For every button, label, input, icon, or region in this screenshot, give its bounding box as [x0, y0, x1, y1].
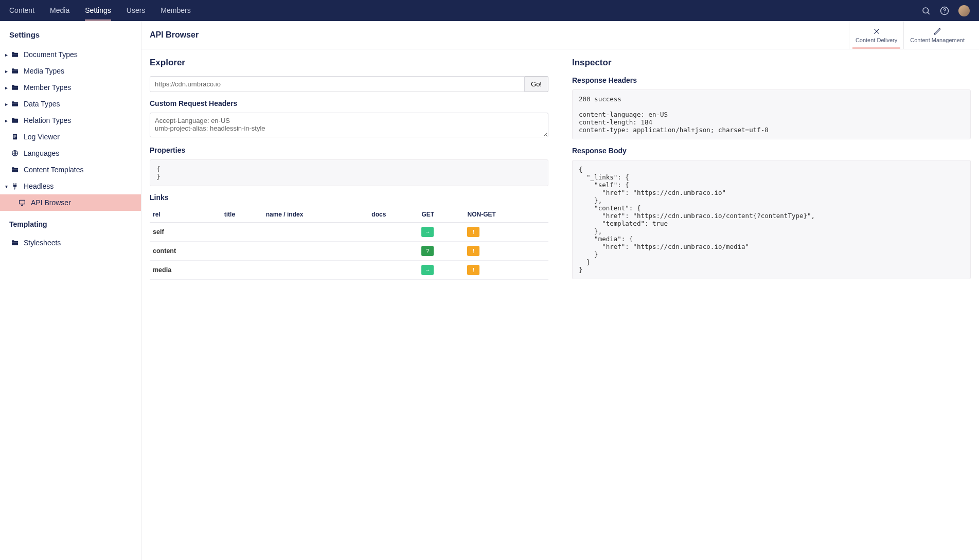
links-cell-title [221, 223, 263, 242]
links-cell-name [263, 261, 369, 280]
links-col-get: GET [418, 207, 464, 223]
sidebar-section-title: Settings [0, 21, 141, 44]
folder-icon [10, 50, 20, 59]
tree-item-relation-types[interactable]: ▸Relation Types [0, 112, 141, 129]
links-row: self→! [150, 223, 548, 242]
tree-item-label: Data Types [24, 100, 60, 108]
headers-input[interactable] [150, 113, 548, 137]
svg-point-0 [923, 8, 929, 13]
search-icon[interactable] [921, 6, 931, 15]
tree-item-label: Content Templates [24, 166, 83, 174]
tree-item-log-viewer[interactable]: Log Viewer [0, 129, 141, 145]
inspector-panel: Inspector Response Headers 200 success c… [557, 49, 979, 560]
tab-content-management-label: Content Management [910, 37, 965, 43]
caret-icon: ▸ [3, 85, 9, 91]
nav-members[interactable]: Members [161, 1, 190, 21]
links-cell-nonget: ! [464, 261, 548, 280]
properties-box: { } [150, 159, 548, 186]
tree-item-label: Member Types [24, 83, 71, 92]
links-cell-rel: self [150, 223, 221, 242]
links-cell-docs [368, 242, 418, 261]
nonget-button[interactable]: ! [467, 227, 479, 237]
top-nav: Content Media Settings Users Members [0, 0, 979, 21]
links-row: media→! [150, 261, 548, 280]
header-tabs: Content Delivery Content Management [849, 21, 971, 49]
get-button[interactable]: → [421, 227, 434, 237]
get-button[interactable]: → [421, 265, 434, 275]
get-button[interactable]: ? [421, 246, 434, 256]
links-cell-docs [368, 223, 418, 242]
tree-item-label: API Browser [31, 198, 71, 207]
main: API Browser Content Delivery Content Man… [141, 21, 979, 560]
nav-settings[interactable]: Settings [85, 1, 111, 21]
svg-point-3 [944, 12, 945, 13]
tab-content-management[interactable]: Content Management [903, 21, 971, 49]
svg-rect-4 [13, 134, 17, 140]
links-cell-get: ? [418, 242, 464, 261]
tree-item-media-types[interactable]: ▸Media Types [0, 63, 141, 79]
tree-item-content-templates[interactable]: Content Templates [0, 161, 141, 178]
tab-content-delivery-label: Content Delivery [856, 37, 897, 43]
pencil-icon [933, 27, 941, 35]
tree-item-label: Document Types [24, 50, 78, 59]
globe-icon [10, 149, 20, 158]
links-cell-title [221, 261, 263, 280]
nav-media[interactable]: Media [50, 1, 69, 21]
links-cell-rel: content [150, 242, 221, 261]
tree-item-languages[interactable]: Languages [0, 145, 141, 161]
wand-icon [873, 27, 881, 35]
headers-title: Custom Request Headers [150, 99, 548, 107]
links-col-nonget: NON-GET [464, 207, 548, 223]
go-button[interactable]: Go! [525, 76, 548, 92]
sidebar: Settings ▸Document Types▸Media Types▸Mem… [0, 21, 141, 560]
tree-item-member-types[interactable]: ▸Member Types [0, 79, 141, 96]
nav-users[interactable]: Users [127, 1, 146, 21]
resp-body-box: { "_links": { "self": { "href": "https:/… [572, 160, 971, 279]
tree-item-stylesheets[interactable]: Stylesheets [0, 234, 141, 251]
svg-rect-9 [13, 185, 17, 187]
links-cell-get: → [418, 261, 464, 280]
properties-title: Properties [150, 146, 548, 154]
tree-item-label: Languages [24, 149, 59, 157]
inspector-title: Inspector [572, 58, 971, 68]
links-cell-name [263, 242, 369, 261]
links-col-docs: docs [368, 207, 418, 223]
caret-icon: ▸ [3, 101, 9, 107]
resp-headers-box: 200 success content-language: en-US cont… [572, 89, 971, 139]
top-nav-items: Content Media Settings Users Members [9, 1, 191, 21]
nonget-button[interactable]: ! [467, 265, 479, 275]
nonget-button[interactable]: ! [467, 246, 479, 256]
svg-rect-10 [20, 200, 25, 204]
plug-icon [10, 182, 20, 191]
nav-content[interactable]: Content [9, 1, 34, 21]
links-cell-nonget: ! [464, 223, 548, 242]
doc-icon [10, 132, 20, 141]
caret-icon: ▸ [3, 118, 9, 123]
links-col-title: title [221, 207, 263, 223]
tree-item-document-types[interactable]: ▸Document Types [0, 46, 141, 63]
caret-icon: ▸ [3, 68, 9, 74]
tree-item-data-types[interactable]: ▸Data Types [0, 96, 141, 112]
avatar[interactable] [958, 5, 970, 16]
links-cell-docs [368, 261, 418, 280]
tree-item-label: Relation Types [24, 116, 71, 124]
links-cell-nonget: ! [464, 242, 548, 261]
caret-icon: ▾ [3, 184, 9, 189]
links-col-name: name / index [263, 207, 369, 223]
settings-tree: ▸Document Types▸Media Types▸Member Types… [0, 44, 141, 213]
url-row: Go! [150, 76, 548, 92]
tree-item-label: Headless [24, 182, 54, 190]
resp-body-title: Response Body [572, 147, 971, 155]
url-input[interactable] [150, 76, 525, 92]
resp-headers-title: Response Headers [572, 76, 971, 84]
help-icon[interactable] [940, 6, 949, 15]
links-table: rel title name / index docs GET NON-GET … [150, 207, 548, 280]
tree-item-api-browser[interactable]: API Browser [0, 194, 141, 211]
page-title: API Browser [150, 30, 849, 40]
folder-icon [10, 165, 20, 174]
page-header: API Browser Content Delivery Content Man… [141, 21, 979, 49]
tab-content-delivery[interactable]: Content Delivery [849, 21, 903, 49]
caret-icon: ▸ [3, 52, 9, 58]
svg-line-1 [928, 12, 929, 14]
tree-item-headless[interactable]: ▾Headless [0, 178, 141, 194]
